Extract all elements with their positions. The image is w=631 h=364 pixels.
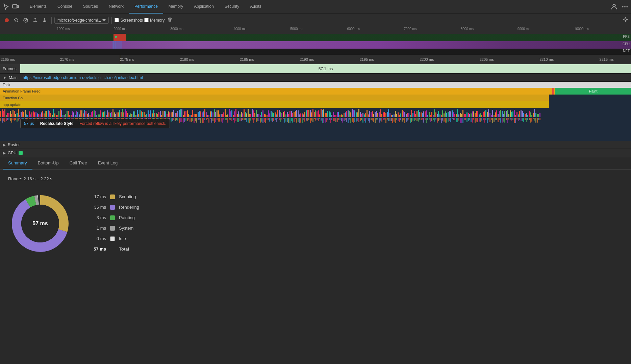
detail-tick-2175: 2175 ms: [120, 57, 134, 61]
tick-8000: 8000 ms: [461, 27, 474, 31]
gpu-row[interactable]: ▶ GPU: [0, 149, 631, 157]
tab-audits[interactable]: Audits: [245, 0, 267, 14]
system-color: [110, 226, 115, 231]
painting-color: [110, 215, 115, 220]
detail-tick-2195: 2195 ms: [360, 57, 374, 61]
total-spacer: [110, 247, 115, 252]
detail-tick-2185: 2185 ms: [240, 57, 254, 61]
painting-value: 3 ms: [93, 215, 106, 220]
tick-6000: 6000 ms: [347, 27, 360, 31]
rendering-value: 35 ms: [93, 205, 106, 210]
tab-call-tree[interactable]: Call Tree: [64, 157, 93, 170]
settings-button[interactable]: [623, 17, 628, 23]
tab-application[interactable]: Application: [188, 0, 219, 14]
memory-checkbox[interactable]: Memory: [144, 18, 165, 23]
nav-tabs: Elements Console Sources Network Perform…: [24, 0, 611, 14]
gpu-label: GPU: [8, 151, 17, 155]
download-button[interactable]: [41, 16, 49, 24]
overview-ruler: 1000 ms 2000 ms 3000 ms 4000 ms 5000 ms …: [0, 27, 631, 34]
tooltip-func: Recalculate Style: [40, 121, 74, 126]
ruler-ticks: 1000 ms 2000 ms 3000 ms 4000 ms 5000 ms …: [0, 27, 631, 34]
svg-point-5: [626, 6, 628, 7]
tick-2000: 2000 ms: [113, 27, 126, 31]
net-bar[interactable]: NET: [0, 49, 631, 55]
screenshots-checkbox[interactable]: Screenshots: [115, 18, 143, 23]
frames-row: Frames 57.1 ms: [0, 64, 631, 74]
tab-sources[interactable]: Sources: [78, 0, 103, 14]
reload-button[interactable]: [12, 16, 20, 24]
paint-bar: Paint: [555, 88, 631, 95]
overview-area: 1000 ms 2000 ms 3000 ms 4000 ms 5000 ms …: [0, 27, 631, 55]
user-icon[interactable]: [611, 3, 617, 10]
device-icon[interactable]: [12, 3, 19, 10]
raster-arrow: ▶: [3, 142, 6, 147]
nav-right: [611, 3, 628, 10]
cursor-icon[interactable]: [3, 3, 9, 10]
scripting-color: [110, 194, 115, 199]
toolbar: microsoft-edge-chromi... Screenshots Mem…: [0, 14, 631, 27]
tab-event-log[interactable]: Event Log: [93, 157, 123, 170]
tab-console[interactable]: Console: [52, 0, 78, 14]
tab-elements[interactable]: Elements: [24, 0, 52, 14]
rendering-label: Rendering: [119, 205, 139, 210]
tab-security[interactable]: Security: [219, 0, 245, 14]
app-update-bar: app.update: [0, 101, 549, 108]
idle-color: [110, 236, 115, 241]
function-call-bar: Function Call: [0, 95, 549, 101]
raster-row[interactable]: ▶ Raster: [0, 141, 631, 149]
total-value: 57 ms: [93, 246, 106, 252]
tab-bottom-up[interactable]: Bottom-Up: [32, 157, 64, 170]
detail-ruler: 2165 ms 2170 ms 2175 ms 2180 ms 2185 ms …: [0, 55, 631, 64]
nav-icons: [3, 3, 19, 10]
detail-tick-2205: 2205 ms: [480, 57, 494, 61]
tick-3000: 3000 ms: [170, 27, 183, 31]
tab-summary[interactable]: Summary: [3, 157, 32, 170]
raster-label: Raster: [8, 142, 20, 147]
svg-point-2: [613, 4, 615, 7]
donut-chart: 57 ms: [8, 191, 72, 256]
more-icon[interactable]: [622, 3, 628, 10]
detail-tick-2180: 2180 ms: [180, 57, 194, 61]
idle-label: Idle: [119, 236, 126, 241]
fps-label: FPS: [623, 35, 630, 38]
clear-button[interactable]: [167, 17, 173, 23]
detail-tick-2170: 2170 ms: [60, 57, 74, 61]
donut-center-label: 57 ms: [32, 220, 48, 227]
detail-tick-2215: 2215 ms: [600, 57, 614, 61]
svg-point-4: [624, 6, 626, 7]
svg-point-10: [625, 19, 627, 21]
svg-point-3: [622, 6, 624, 7]
tab-network[interactable]: Network: [103, 0, 129, 14]
tick-1000: 1000 ms: [57, 27, 70, 31]
summary-chart-area: 57 ms 17 ms Scripting 35 ms Rendering 3 …: [8, 191, 623, 256]
legend-idle: 0 ms Idle: [93, 236, 139, 241]
record-button[interactable]: [3, 16, 11, 24]
upload-button[interactable]: [31, 16, 39, 24]
system-label: System: [119, 226, 133, 231]
stop-button[interactable]: [22, 16, 30, 24]
frames-label: Frames: [0, 64, 20, 73]
top-nav: Elements Console Sources Network Perform…: [0, 0, 631, 14]
flame-area[interactable]: Task Animation Frame Fired Paint Functio…: [0, 82, 631, 141]
fps-bar[interactable]: FPS: [0, 34, 631, 41]
rendering-color: [110, 205, 115, 210]
tab-memory[interactable]: Memory: [163, 0, 188, 14]
svg-rect-0: [12, 4, 17, 8]
main-thread-header[interactable]: ▼ Main — https://microsoft-edge-chromium…: [0, 74, 631, 82]
cpu-bar[interactable]: CPU: [0, 41, 631, 49]
toolbar-sep-1: [51, 17, 52, 24]
summary-content: Range: 2.16 s – 2.22 s: [0, 170, 631, 262]
tick-4000: 4000 ms: [233, 27, 246, 31]
task-bar: Task: [0, 82, 631, 88]
tab-performance[interactable]: Performance: [129, 0, 163, 14]
tick-7000: 7000 ms: [404, 27, 417, 31]
scripting-value: 17 ms: [93, 194, 106, 199]
idle-value: 0 ms: [93, 236, 106, 241]
range-text: Range: 2.16 s – 2.22 s: [8, 176, 623, 181]
painting-label: Painting: [119, 215, 135, 220]
legend-system: 1 ms System: [93, 226, 139, 231]
system-value: 1 ms: [93, 226, 106, 231]
animation-frame-bar: Animation Frame Fired: [0, 88, 555, 95]
detail-tick-2210: 2210 ms: [539, 57, 554, 61]
profile-selector[interactable]: microsoft-edge-chromi...: [54, 17, 109, 24]
